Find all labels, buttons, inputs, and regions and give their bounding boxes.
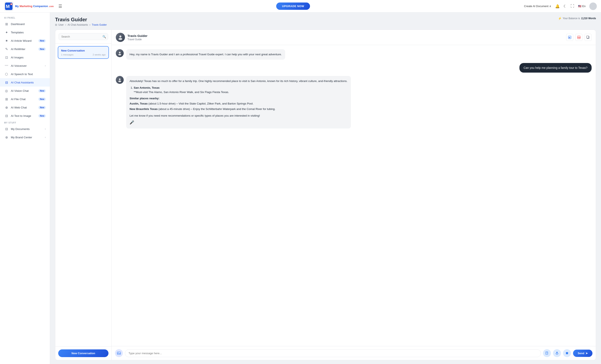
message-row-2: Can you help me planning a family tour t… — [116, 63, 592, 73]
doc-attach-button[interactable] — [543, 349, 551, 357]
breadcrumb-user[interactable]: User — [58, 23, 64, 26]
msg3-austin: Austin, Texas (about 1.5-hour drive) – V… — [130, 101, 348, 106]
sidebar-label-templates: Templates — [11, 31, 46, 34]
new-badge-text-to-image: New — [38, 114, 46, 117]
msg3-similar-label: Similar places nearby: — [130, 96, 348, 101]
sidebar-item-my-brand-center[interactable]: ⊕ My Brand Center › — [0, 133, 50, 142]
message-input[interactable] — [125, 349, 541, 357]
balance-info: ⚡ Your Balance is 2,210 Words — [558, 17, 596, 20]
voice-input-button[interactable] — [553, 349, 561, 357]
page-title: Travis Guider — [55, 17, 107, 22]
sidebar-item-templates[interactable]: ✦ Templates — [0, 28, 50, 37]
send-arrow-icon: ➤ — [586, 352, 588, 355]
sidebar-item-ai-web-chat[interactable]: ⊕ AI Web Chat New — [0, 103, 50, 111]
ai-voiceover-icon: 〰 — [4, 63, 9, 68]
svg-point-13 — [118, 54, 121, 55]
message-avatar-3 — [116, 76, 124, 84]
ai-file-chat-icon: ⊞ — [4, 97, 9, 101]
lang-label: En — [582, 5, 586, 8]
logo-text: My Marketing Companion .com — [15, 5, 54, 8]
sidebar-item-ai-chat-assistants[interactable]: ⊟ AI Chat Assistants — [0, 78, 50, 87]
svg-point-4 — [119, 35, 121, 38]
microphone-icon[interactable]: 🎤 — [130, 120, 134, 126]
my-stuff-label: MY STUFF — [0, 120, 50, 125]
left-panel-footer: New Conversation — [55, 346, 111, 360]
new-badge-vision-chat: New — [38, 89, 46, 92]
page-header: Travis Guider ⊟ User » AI Chat Assistant… — [55, 17, 596, 26]
breadcrumb-section[interactable]: AI Chat Assistants — [68, 23, 88, 26]
search-icon[interactable]: 🔍 — [102, 35, 106, 38]
ai-chat-assistants-icon: ⊟ — [4, 80, 9, 85]
breadcrumb-current[interactable]: Travis Guider — [92, 23, 107, 26]
chevron-right-brand-center-icon: › — [45, 136, 46, 139]
svg-point-5 — [119, 38, 122, 40]
conversations-list: New Conversation 1 messages 2 weeks ago — [55, 44, 111, 346]
sidebar: AI PANEL ⊞ Dashboard ✦ Templates ✷ AI Ar… — [0, 12, 50, 364]
chevron-right-my-documents-icon: › — [45, 127, 46, 130]
sidebar-item-dashboard[interactable]: ⊞ Dashboard — [0, 20, 50, 28]
export-pdf-button[interactable]: PDF — [575, 34, 582, 41]
search-input-wrap: 🔍 — [59, 33, 108, 40]
new-badge-rewriter: New — [38, 48, 46, 51]
sidebar-label-my-brand-center: My Brand Center — [11, 136, 45, 139]
create-ai-doc-button[interactable]: Create AI Document ∧ — [524, 5, 551, 8]
agent-subtitle: Travel Guide — [128, 38, 148, 41]
export-word-button[interactable]: W — [566, 34, 573, 41]
sidebar-label-ai-speech-to-text: AI Speech to Text — [11, 73, 46, 76]
messages-area: Hey, my name is Travis Guider and I am a… — [112, 45, 596, 346]
svg-point-12 — [119, 52, 120, 53]
sidebar-label-ai-text-to-image: AI Text to Image — [11, 114, 38, 117]
new-badge-file-chat: New — [38, 98, 46, 101]
sidebar-label-ai-images: AI Images — [11, 56, 46, 59]
hamburger-menu[interactable]: ☰ — [58, 4, 62, 9]
search-area: 🔍 — [55, 30, 111, 44]
chevron-up-icon: ∧ — [549, 5, 551, 8]
send-label: Send — [578, 352, 584, 355]
sidebar-item-ai-text-to-image[interactable]: ⊟ AI Text to Image New — [0, 111, 50, 120]
message-bubble-2: Can you help me planning a family tour t… — [520, 63, 592, 73]
msg3-new-braunfels: New Braunfels Texas (about a 45-minute d… — [130, 107, 348, 111]
svg-text:W: W — [569, 37, 570, 39]
sidebar-item-ai-file-chat[interactable]: ⊞ AI File Chat New — [0, 95, 50, 103]
stop-button[interactable] — [563, 349, 571, 357]
templates-icon: ✦ — [4, 30, 9, 35]
message-row-3: Absolutely! Texas has so much to offer f… — [116, 76, 592, 129]
conversation-meta: 1 messages 2 weeks ago — [61, 53, 106, 56]
sidebar-label-ai-article-wizard: AI Article Wizard — [11, 39, 38, 42]
upgrade-button[interactable]: UPGRADE NOW — [276, 2, 310, 10]
copy-button[interactable] — [584, 34, 592, 41]
svg-point-14 — [119, 78, 120, 80]
balance-label: Your Balance is — [563, 17, 580, 20]
right-panel: Travis Guider Travel Guide W PDF — [112, 30, 596, 360]
logo-icon: M — [4, 2, 13, 11]
image-upload-button[interactable] — [115, 349, 123, 357]
language-selector[interactable]: 🇺🇸 En — [578, 5, 586, 8]
sidebar-item-ai-voiceover[interactable]: 〰 AI Voiceover › — [0, 61, 50, 70]
sidebar-item-my-documents[interactable]: ⊟ My Documents › — [0, 125, 50, 133]
search-input[interactable] — [59, 33, 108, 40]
conversation-time: 2 weeks ago — [93, 53, 106, 56]
notifications-icon[interactable]: 🔔 — [555, 4, 560, 9]
sidebar-item-ai-images[interactable]: ⊡ AI Images — [0, 53, 50, 61]
sidebar-item-ai-rewriter[interactable]: ✎ AI ReWriter New — [0, 45, 50, 53]
navbar-center: UPGRADE NOW — [62, 2, 524, 10]
msg3-closing: Let me know if you need more recommendat… — [130, 113, 348, 118]
new-badge-web-chat: New — [38, 106, 46, 109]
my-documents-icon: ⊟ — [4, 127, 9, 131]
logo-companion: Companion — [33, 5, 48, 8]
send-button[interactable]: Send ➤ — [573, 350, 592, 357]
sidebar-item-ai-article-wizard[interactable]: ✷ AI Article Wizard New — [0, 37, 50, 45]
agent-avatar-placeholder — [116, 33, 125, 42]
sidebar-item-ai-vision-chat[interactable]: ◎ AI Vision Chat New — [0, 87, 50, 95]
dark-mode-icon[interactable]: ☾ — [563, 4, 567, 9]
user-avatar[interactable] — [589, 2, 597, 10]
svg-rect-21 — [557, 352, 558, 354]
fullscreen-icon[interactable]: ⛶ — [571, 4, 574, 8]
sidebar-item-ai-speech-to-text[interactable]: ⬡ AI Speech to Text — [0, 70, 50, 78]
bolt-icon: ⚡ — [558, 17, 561, 20]
navbar: M My Marketing Companion .com ☰ UPGRADE … — [0, 0, 601, 12]
chat-header-actions: W PDF — [566, 34, 592, 41]
new-badge-article-wizard: New — [38, 39, 46, 42]
conversation-item[interactable]: New Conversation 1 messages 2 weeks ago — [58, 46, 109, 59]
new-conversation-button[interactable]: New Conversation — [58, 349, 109, 357]
